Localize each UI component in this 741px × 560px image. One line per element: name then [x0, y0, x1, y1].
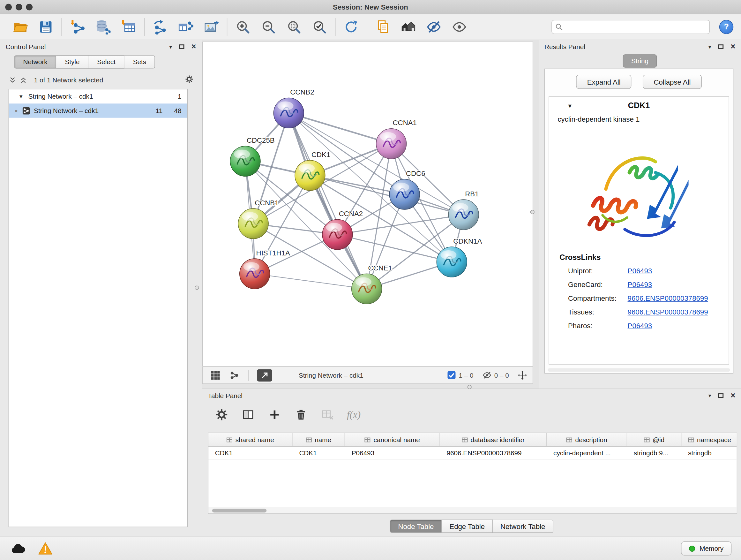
zoom-fit-button[interactable] — [281, 17, 307, 37]
hide-selected-button[interactable] — [421, 17, 447, 37]
panel-menu-icon[interactable]: ▾ — [709, 44, 711, 50]
window-zoom-button[interactable] — [26, 4, 32, 10]
tab-network-table[interactable]: Network Table — [493, 519, 553, 533]
table-horizontal-scrollbar[interactable] — [208, 507, 737, 513]
crosslink-link[interactable]: 9606.ENSP00000378699 — [628, 308, 708, 316]
window-minimize-button[interactable] — [16, 4, 22, 10]
cell-shared-name[interactable]: CDK1 — [208, 447, 293, 459]
column-header[interactable]: name — [293, 433, 345, 446]
tab-edge-table[interactable]: Edge Table — [442, 519, 493, 533]
crosslink-link[interactable]: P06493 — [628, 266, 652, 274]
column-header[interactable]: shared name — [208, 433, 293, 446]
column-header[interactable]: canonical name — [345, 433, 440, 446]
network-row-selected[interactable]: ● String Network – cdk1 11 48 — [9, 104, 187, 118]
tab-sets[interactable]: Sets — [125, 55, 155, 68]
cloud-services-button[interactable] — [10, 541, 26, 556]
cell-id[interactable]: stringdb:9... — [627, 447, 681, 459]
edge-CCNA2-CDKN1A[interactable] — [337, 235, 452, 262]
window-close-button[interactable] — [5, 4, 12, 10]
crosslink-link[interactable]: P06493 — [628, 321, 652, 329]
add-column-button[interactable] — [267, 408, 281, 422]
network-collection-row[interactable]: ▼ String Network – cdk1 1 — [9, 89, 187, 104]
panel-float-icon[interactable] — [718, 44, 724, 49]
home-button[interactable] — [395, 17, 421, 37]
help-button[interactable]: ? — [719, 20, 733, 34]
memory-button[interactable]: Memory — [681, 542, 732, 556]
panel-float-icon[interactable] — [718, 393, 724, 398]
network-graphics-button[interactable] — [227, 369, 241, 381]
collapse-all-icon[interactable] — [9, 76, 17, 84]
node-CCNA1[interactable] — [376, 129, 407, 159]
edge-HIST1H1A-CCNE1[interactable] — [255, 273, 367, 289]
scrollbar-thumb[interactable] — [212, 509, 266, 512]
edge-CCNB2-CCNE1[interactable] — [289, 113, 367, 289]
new-network-button[interactable] — [147, 17, 173, 37]
gene-entry-header[interactable]: ▼ CDK1 — [549, 97, 729, 115]
node-CDC6[interactable] — [389, 179, 420, 209]
cell-description[interactable]: cyclin-dependent ... — [547, 447, 627, 459]
panel-close-icon[interactable]: × — [731, 44, 736, 49]
expand-all-icon[interactable] — [19, 76, 27, 84]
new-network-from-table-button[interactable] — [173, 17, 199, 37]
crosslink-link[interactable]: 9606.ENSP00000378699 — [628, 294, 708, 302]
column-header[interactable]: database identifier — [440, 433, 547, 446]
birds-eye-view-button[interactable] — [208, 369, 222, 381]
node-HIST1H1A[interactable] — [240, 259, 270, 289]
splitter-handle[interactable] — [530, 210, 535, 214]
save-session-button[interactable] — [33, 17, 59, 37]
zoom-in-button[interactable] — [230, 17, 256, 37]
table-settings-button[interactable] — [214, 408, 228, 422]
node-CCNB1[interactable] — [238, 208, 268, 239]
disclosure-triangle-icon[interactable]: ▼ — [567, 103, 573, 109]
eye-slash-icon[interactable] — [482, 371, 491, 380]
splitter-handle[interactable] — [468, 385, 472, 389]
show-all-button[interactable] — [447, 17, 472, 37]
node-CDK1[interactable] — [295, 160, 325, 191]
disclosure-triangle-icon[interactable]: ▼ — [18, 94, 23, 99]
search-input[interactable] — [551, 20, 710, 34]
node-CDKN1A[interactable] — [436, 247, 467, 277]
checkbox-icon[interactable] — [447, 371, 456, 380]
node-CCNE1[interactable] — [352, 273, 382, 304]
cell-name[interactable]: CDK1 — [293, 447, 345, 459]
import-table-from-file-button[interactable] — [116, 17, 141, 37]
network-canvas[interactable]: CCNB2CCNA1CDC25BCDK1CDC6RB1CCNB1CCNA2CDK… — [203, 42, 533, 366]
zoom-selected-button[interactable] — [307, 17, 332, 37]
column-header[interactable]: namespace — [681, 433, 737, 446]
refresh-view-button[interactable] — [338, 17, 364, 37]
table-row[interactable]: CDK1 CDK1 P06493 9606.ENSP00000378699 cy… — [208, 447, 737, 459]
open-session-button[interactable] — [8, 17, 33, 37]
tab-string[interactable]: String — [623, 54, 657, 67]
node-CCNA2[interactable] — [322, 219, 353, 250]
cell-canonical-name[interactable]: P06493 — [345, 447, 440, 459]
panel-close-icon[interactable]: × — [192, 44, 196, 49]
node-CCNB2[interactable] — [273, 98, 304, 128]
expand-all-button[interactable]: Expand All — [576, 75, 631, 89]
zoom-out-button[interactable] — [256, 17, 281, 37]
tab-style[interactable]: Style — [57, 55, 89, 68]
cell-namespace[interactable]: stringdb — [681, 447, 737, 459]
detach-view-button[interactable] — [257, 369, 272, 381]
column-header[interactable]: @id — [627, 433, 681, 446]
cell-database-identifier[interactable]: 9606.ENSP00000378699 — [440, 447, 547, 459]
edge-CCNB2-CCNA1[interactable] — [289, 113, 391, 144]
network-options-gear[interactable] — [185, 75, 193, 84]
export-image-button[interactable] — [199, 17, 224, 37]
delete-column-button[interactable] — [294, 408, 308, 422]
import-network-from-database-button[interactable] — [90, 17, 116, 37]
node-CDC25B[interactable] — [230, 146, 260, 177]
function-builder-button[interactable]: f(x) — [347, 409, 360, 421]
crosslink-link[interactable]: P06493 — [628, 280, 652, 288]
tab-select[interactable]: Select — [89, 55, 125, 68]
delete-table-button-disabled[interactable] — [320, 408, 334, 422]
column-header[interactable]: description — [547, 433, 627, 446]
collapse-all-button[interactable]: Collapse All — [643, 75, 701, 89]
panel-float-icon[interactable] — [179, 44, 184, 49]
warnings-button[interactable] — [37, 541, 54, 556]
node-RB1[interactable] — [448, 199, 479, 230]
tab-network[interactable]: Network — [14, 55, 56, 68]
splitter-handle[interactable] — [195, 286, 199, 290]
panel-close-icon[interactable]: × — [731, 393, 736, 398]
tab-node-table[interactable]: Node Table — [390, 519, 442, 533]
results-scrollbar[interactable] — [548, 368, 730, 372]
